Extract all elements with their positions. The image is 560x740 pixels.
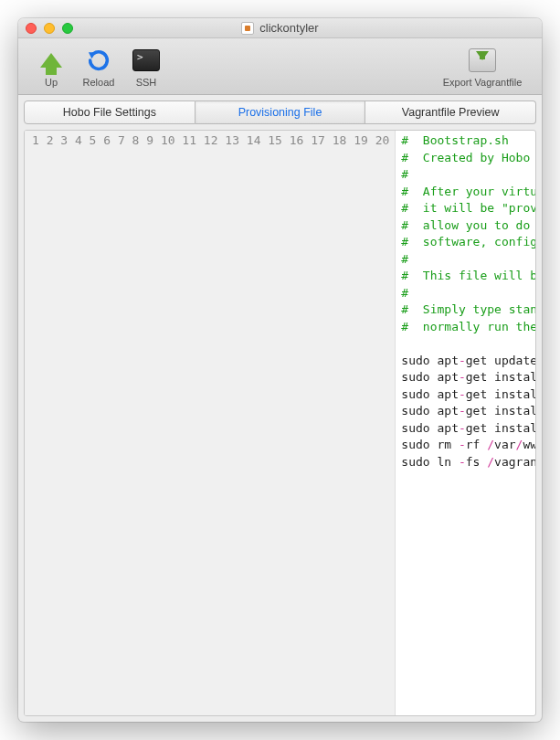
up-arrow-icon xyxy=(37,46,66,75)
line-number-gutter: 1 2 3 4 5 6 7 8 9 10 11 12 13 14 15 16 1… xyxy=(25,131,396,715)
tab-preview-label: Vagrantfile Preview xyxy=(402,106,500,119)
minimize-icon[interactable] xyxy=(44,23,55,34)
up-label: Up xyxy=(45,77,58,88)
window-controls xyxy=(26,23,73,34)
export-button[interactable]: Export Vagrantfile xyxy=(432,46,533,88)
window-title-text: clickontyler xyxy=(259,21,318,35)
app-icon xyxy=(241,22,254,35)
toolbar: Up Reload SSH Export Vagrantfile xyxy=(18,38,542,95)
ssh-label: SSH xyxy=(136,77,157,88)
reload-label: Reload xyxy=(83,77,115,88)
tab-settings-label: Hobo File Settings xyxy=(63,106,156,119)
code-content[interactable]: # Bootstrap.sh # Created by Hobo on 12/2… xyxy=(396,131,535,715)
window-title: clickontyler xyxy=(18,21,542,35)
reload-button[interactable]: Reload xyxy=(75,46,122,88)
app-window: clickontyler Up Reload SSH Export Vagran… xyxy=(18,18,542,722)
export-icon xyxy=(468,46,497,75)
ssh-button[interactable]: SSH xyxy=(122,46,170,88)
tab-provisioning[interactable]: Provisioning File xyxy=(195,100,366,124)
tab-settings[interactable]: Hobo File Settings xyxy=(24,100,195,124)
reload-icon xyxy=(84,46,113,75)
export-label: Export Vagrantfile xyxy=(443,77,523,88)
tab-preview[interactable]: Vagrantfile Preview xyxy=(365,100,536,124)
terminal-icon xyxy=(132,46,161,75)
code-editor[interactable]: 1 2 3 4 5 6 7 8 9 10 11 12 13 14 15 16 1… xyxy=(24,130,536,716)
tab-bar: Hobo File Settings Provisioning File Vag… xyxy=(18,95,542,124)
close-icon[interactable] xyxy=(26,23,37,34)
zoom-icon[interactable] xyxy=(62,23,73,34)
titlebar[interactable]: clickontyler xyxy=(18,18,542,38)
up-button[interactable]: Up xyxy=(27,46,75,88)
tab-provisioning-label: Provisioning File xyxy=(238,106,322,119)
